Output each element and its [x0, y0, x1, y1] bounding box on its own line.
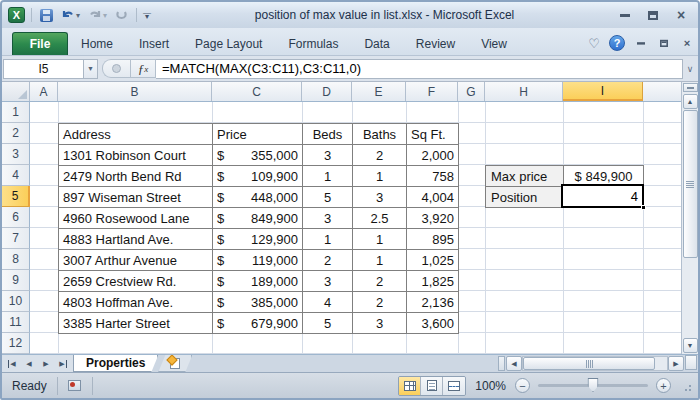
col-header-e[interactable]: E [352, 82, 406, 101]
cell-sqft[interactable]: 758 [407, 166, 459, 187]
cell-baths[interactable]: 3 [353, 187, 407, 208]
header-price[interactable]: Price [213, 124, 303, 145]
zoom-in-button[interactable]: + [656, 378, 671, 393]
scroll-right-button[interactable]: ▶ [668, 356, 684, 371]
horizontal-scroll-thumb[interactable] [523, 357, 655, 370]
tab-file[interactable]: File [12, 32, 68, 55]
cell-price[interactable]: $129,900 [213, 229, 303, 250]
workbook-restore-button[interactable] [658, 38, 669, 48]
help-button[interactable]: ? [609, 35, 625, 51]
tab-home[interactable]: Home [68, 32, 126, 55]
macro-record-button[interactable] [64, 377, 86, 395]
cell-beds[interactable]: 5 [303, 313, 353, 334]
cell-sqft[interactable]: 1,825 [407, 271, 459, 292]
formula-input[interactable]: =MATCH(MAX(C3:C11),C3:C11,0) [156, 59, 683, 79]
col-header-f[interactable]: F [406, 82, 458, 101]
row-header-9[interactable]: 9 [2, 270, 30, 291]
max-price-label[interactable]: Max price [486, 166, 564, 187]
cell-baths[interactable]: 1 [353, 229, 407, 250]
restore-button[interactable] [646, 9, 660, 21]
normal-view-button[interactable] [399, 377, 421, 395]
horizontal-scrollbar[interactable]: ◀ ▶ [506, 355, 684, 372]
tab-page-layout[interactable]: Page Layout [182, 32, 275, 55]
header-beds[interactable]: Beds [303, 124, 353, 145]
header-baths[interactable]: Baths [353, 124, 407, 145]
heart-icon[interactable]: ♡ [588, 36, 600, 51]
cell-baths[interactable]: 2.5 [353, 208, 407, 229]
cell-address[interactable]: 3385 Harter Street [59, 313, 213, 334]
undo-dropdown-caret[interactable]: ▾ [76, 11, 80, 20]
col-header-c[interactable]: C [212, 82, 302, 101]
scroll-down-button[interactable]: ▼ [683, 338, 698, 353]
cell-sqft[interactable]: 2,136 [407, 292, 459, 313]
cell-price[interactable]: $679,900 [213, 313, 303, 334]
tab-split-handle[interactable] [498, 356, 505, 371]
undo-button[interactable]: ▾ [59, 6, 82, 24]
next-sheet-button[interactable]: ▶ [38, 357, 54, 371]
cell-beds[interactable]: 3 [303, 145, 353, 166]
row-header-10[interactable]: 10 [2, 291, 30, 312]
scroll-left-button[interactable]: ◀ [506, 356, 522, 371]
cell-sqft[interactable]: 895 [407, 229, 459, 250]
scroll-up-button[interactable]: ▲ [683, 94, 698, 109]
row-header-6[interactable]: 6 [2, 207, 30, 228]
cell-sqft[interactable]: 3,600 [407, 313, 459, 334]
zoom-slider-thumb[interactable] [588, 378, 599, 392]
zoom-out-button[interactable]: − [515, 378, 530, 393]
cell-baths[interactable]: 1 [353, 166, 407, 187]
sheet-tab-properties[interactable]: Properties [73, 355, 158, 372]
fill-handle[interactable] [641, 205, 646, 210]
cell-baths[interactable]: 2 [353, 145, 407, 166]
name-box-dropdown[interactable]: ▼ [83, 59, 98, 79]
cell-beds[interactable]: 1 [303, 229, 353, 250]
col-header-i-selected[interactable]: I [563, 82, 643, 101]
zoom-slider-track[interactable] [538, 384, 648, 387]
cell-beds[interactable]: 1 [303, 166, 353, 187]
col-header-d[interactable]: D [302, 82, 352, 101]
tab-insert[interactable]: Insert [126, 32, 182, 55]
cell-price[interactable]: $448,000 [213, 187, 303, 208]
row-header-3[interactable]: 3 [2, 144, 30, 165]
split-box[interactable] [683, 83, 698, 92]
header-address[interactable]: Address [59, 124, 213, 145]
row-header-5-selected[interactable]: 5 [2, 186, 30, 207]
cell-baths[interactable]: 2 [353, 292, 407, 313]
cell-beds[interactable]: 3 [303, 271, 353, 292]
row-header-12[interactable]: 12 [2, 333, 30, 354]
cell-beds[interactable]: 2 [303, 250, 353, 271]
cell-sqft[interactable]: 4,004 [407, 187, 459, 208]
redo-button[interactable]: ▾ [86, 6, 109, 24]
cell-grid[interactable]: Address Price Beds Baths Sq Ft. 1301 Rob… [30, 102, 681, 354]
cell-price[interactable]: $849,900 [213, 208, 303, 229]
redo-dropdown-caret[interactable]: ▾ [103, 11, 107, 20]
row-header-8[interactable]: 8 [2, 249, 30, 270]
cell-sqft[interactable]: 3,920 [407, 208, 459, 229]
cell-price[interactable]: $385,000 [213, 292, 303, 313]
cell-sqft[interactable]: 2,000 [407, 145, 459, 166]
customize-quick-access-toolbar-button[interactable]: —▾ [143, 11, 151, 19]
cell-beds[interactable]: 3 [303, 208, 353, 229]
insert-function-button[interactable]: ƒx [130, 59, 156, 78]
save-button[interactable] [38, 6, 55, 24]
resize-grip[interactable] [680, 380, 692, 392]
position-label[interactable]: Position [486, 187, 564, 208]
cell-address[interactable]: 2479 North Bend Rd [59, 166, 213, 187]
row-header-1[interactable]: 1 [2, 102, 30, 123]
cell-price[interactable]: $119,000 [213, 250, 303, 271]
cell-address[interactable]: 4803 Hoffman Ave. [59, 292, 213, 313]
excel-logo-icon[interactable]: X [8, 7, 25, 23]
col-header-a[interactable]: A [30, 82, 58, 101]
vertical-scroll-thumb[interactable] [683, 110, 698, 258]
close-button[interactable]: × [674, 9, 688, 21]
workbook-minimize-button[interactable] [635, 38, 646, 48]
cell-baths[interactable]: 2 [353, 271, 407, 292]
minimize-button[interactable] [618, 9, 632, 21]
cell-sqft[interactable]: 1,025 [407, 250, 459, 271]
cell-baths[interactable]: 3 [353, 313, 407, 334]
cell-address[interactable]: 4960 Rosewood Lane [59, 208, 213, 229]
row-header-7[interactable]: 7 [2, 228, 30, 249]
selected-cell-i5[interactable]: 4 [561, 184, 644, 208]
cell-address[interactable]: 4883 Hartland Ave. [59, 229, 213, 250]
cell-price[interactable]: $355,000 [213, 145, 303, 166]
cell-address[interactable]: 1301 Robinson Court [59, 145, 213, 166]
